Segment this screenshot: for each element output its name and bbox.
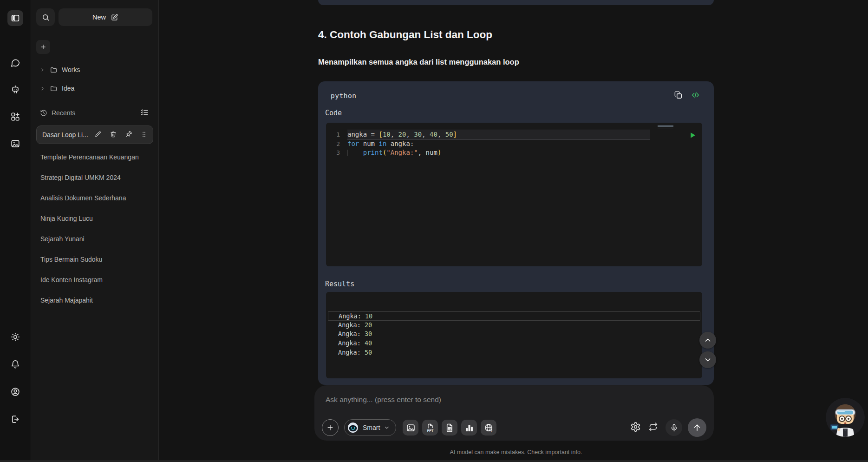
rail-logout-button[interactable]: [10, 414, 20, 426]
recent-item-selected[interactable]: Dasar Loop Li...: [36, 125, 153, 144]
attach-image-button[interactable]: [403, 420, 418, 436]
attach-presentation-button[interactable]: PPT: [422, 420, 438, 436]
icon-rail: [0, 0, 30, 462]
add-folder-button[interactable]: [36, 40, 50, 54]
delete-button[interactable]: [110, 131, 117, 139]
scroll-down-button[interactable]: [699, 351, 716, 368]
add-attachment-button[interactable]: [322, 419, 339, 436]
recent-item-actions: [94, 131, 148, 139]
folder-label: Idea: [62, 85, 74, 92]
model-selector[interactable]: Smart: [344, 419, 396, 436]
recent-item[interactable]: Analisis Dokumen Sederhana: [36, 188, 153, 208]
code-line: 2for num in angka:: [326, 139, 702, 149]
line-number: 3: [326, 148, 347, 158]
folder-icon: [50, 66, 58, 74]
user-circle-icon: [10, 387, 20, 397]
result-lines: Angka: 10Angka: 20Angka: 30Angka: 40Angk…: [326, 292, 702, 357]
code-language-label: python: [331, 92, 356, 99]
regenerate-button[interactable]: [648, 422, 658, 433]
scroll-up-button[interactable]: [699, 332, 716, 349]
section-divider: [318, 17, 714, 17]
rail-sidebar-toggle-button[interactable]: [7, 10, 23, 26]
bottom-scrollbar[interactable]: [0, 460, 868, 462]
trash-icon: [110, 131, 117, 138]
code-icon: [691, 91, 700, 99]
recent-item[interactable]: Sejarah Yunani: [36, 229, 153, 249]
grid-plus-icon: [10, 112, 20, 122]
list-view-button[interactable]: [140, 108, 149, 118]
recent-item[interactable]: Sejarah Majapahit: [36, 290, 153, 310]
grip-icon: [140, 131, 148, 138]
results-section-label: Results: [325, 280, 354, 288]
line-number: 2: [326, 139, 347, 149]
composer-controls: Smart PPT?: [322, 418, 706, 437]
message-input[interactable]: [326, 394, 651, 406]
folder-item[interactable]: Works: [36, 61, 153, 78]
rail-notifications-button[interactable]: [10, 359, 20, 371]
view-code-button[interactable]: [691, 91, 700, 101]
rail-theme-toggle-button[interactable]: [10, 332, 20, 343]
code-line: 3 print("Angka:", num): [326, 148, 702, 158]
web-search-button[interactable]: ?: [481, 420, 496, 436]
rename-button[interactable]: [94, 131, 102, 139]
copy-code-button[interactable]: [674, 91, 683, 101]
recent-list: Template Perencanaan KeuanganStrategi Di…: [36, 147, 153, 310]
attach-document-button[interactable]: [442, 420, 457, 436]
rail-account-button[interactable]: [10, 387, 20, 398]
attach-chart-button[interactable]: [461, 420, 477, 436]
settings-button[interactable]: [630, 422, 641, 434]
rail-apps-button[interactable]: [10, 112, 20, 123]
log-out-icon: [10, 414, 20, 424]
recents-header: Recents: [36, 106, 153, 120]
rail-media-button[interactable]: [10, 139, 20, 150]
bot-avatar-icon: [347, 422, 359, 434]
folder-item[interactable]: Idea: [36, 80, 153, 97]
folder-label: Works: [62, 66, 80, 73]
mascot-avatar[interactable]: [826, 398, 865, 437]
sun-icon: [10, 332, 20, 342]
code-editor[interactable]: 1angka = [10, 20, 30, 40, 50]2for num in…: [326, 123, 702, 266]
bell-icon: [10, 359, 20, 370]
section-subheading: Menampilkan semua angka dari list menggu…: [318, 58, 519, 66]
plus-icon: [326, 423, 334, 432]
pin-button[interactable]: [125, 131, 132, 139]
rail-assistant-button[interactable]: [10, 85, 20, 96]
recent-item[interactable]: Strategi Digital UMKM 2024: [36, 167, 153, 188]
code-card: python Code 1angka = [10, 20, 30, 40, 50…: [318, 81, 714, 385]
plus-icon: [39, 43, 47, 51]
image-icon: [10, 139, 20, 149]
code-card-header: python: [331, 91, 700, 101]
result-line: Angka: 50: [326, 348, 702, 357]
play-icon: [688, 131, 697, 139]
search-button[interactable]: [36, 8, 55, 26]
run-code-button[interactable]: [688, 131, 697, 141]
voice-input-button[interactable]: [666, 419, 682, 436]
repeat-icon: [648, 422, 658, 432]
message-circle-icon: [10, 58, 20, 68]
globe-question-icon: ?: [484, 423, 494, 433]
rail-chats-button[interactable]: [10, 58, 20, 69]
rail-nav-top: [0, 10, 30, 165]
pencil-icon: [94, 131, 102, 138]
chevron-right-icon: [39, 86, 46, 92]
results-panel: Angka: 10Angka: 20Angka: 30Angka: 40Angk…: [326, 292, 702, 378]
sidebar: New WorksIdea Recents Dasar Loop Li... T…: [31, 0, 159, 462]
code-lines: 1angka = [10, 20, 30, 40, 50]2for num in…: [326, 123, 702, 158]
pin-icon: [124, 129, 134, 139]
folder-icon: [50, 85, 58, 92]
recent-item[interactable]: Template Perencanaan Keuangan: [36, 147, 153, 167]
drag-handle-button[interactable]: [140, 131, 148, 139]
recent-item-title: Dasar Loop Li...: [42, 131, 94, 139]
previous-block-edge: [318, 0, 714, 5]
recent-item[interactable]: Ide Konten Instagram: [36, 270, 153, 290]
new-chat-button[interactable]: New: [59, 8, 152, 26]
recent-item[interactable]: Ninja Kucing Lucu: [36, 208, 153, 229]
result-line: Angka: 10: [328, 311, 700, 321]
bar-chart-icon: [464, 423, 474, 433]
send-button[interactable]: [688, 418, 706, 437]
result-line: Angka: 20: [326, 321, 702, 330]
result-line: Angka: 30: [326, 330, 702, 339]
recent-item[interactable]: Tips Bermain Sudoku: [36, 249, 153, 270]
model-label: Smart: [363, 424, 380, 431]
search-icon: [41, 13, 50, 22]
